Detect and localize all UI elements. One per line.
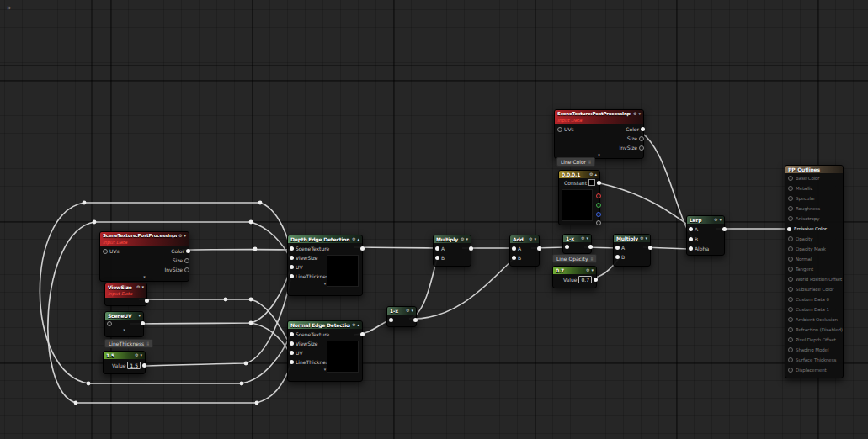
reroute-node[interactable] <box>249 298 253 302</box>
pin-base-color[interactable]: Base Color <box>785 173 843 183</box>
gear-icon[interactable]: ⚙ <box>461 237 464 241</box>
pin-surface-thickness[interactable]: Surface Thickness <box>785 355 843 365</box>
gear-icon[interactable]: ⚙ <box>352 237 355 241</box>
pin-tangent[interactable]: Tangent <box>785 264 843 274</box>
chevron-up-icon[interactable]: ▴ <box>594 172 597 177</box>
chevron-up-icon[interactable]: ▴ <box>357 323 359 327</box>
pin-output[interactable] <box>588 245 593 249</box>
pin-specular[interactable]: Specular <box>785 193 843 204</box>
chevron-down-icon[interactable]: ▾ <box>586 236 588 241</box>
pin-b[interactable] <box>512 256 516 260</box>
pin-refraction[interactable]: Refraction (Disabled) <box>785 325 843 335</box>
chevron-down-icon[interactable]: ▾ <box>638 112 641 116</box>
node-header[interactable]: 0,0,0,1 ⚙ ▴ <box>559 171 599 178</box>
pin-scenetexture[interactable] <box>290 246 294 251</box>
node-header[interactable]: 1-x ⚙ ▾ <box>387 307 416 315</box>
pin-invsize[interactable] <box>639 145 644 151</box>
wire-loop2-to-normal-linethickness[interactable] <box>257 365 290 403</box>
pin-output[interactable] <box>722 227 727 231</box>
pin-custom-data-0[interactable]: Custom Data 0 <box>785 294 843 304</box>
pin-color[interactable] <box>641 127 645 131</box>
gear-icon[interactable]: ⚙ <box>714 218 717 222</box>
resize-grip-icon[interactable]: ⣿ <box>588 161 591 164</box>
reroute-node[interactable] <box>249 220 253 225</box>
node-header[interactable]: PP_Outlines <box>785 166 843 173</box>
chevron-down-icon[interactable]: ▾ <box>591 268 594 272</box>
reroute-node[interactable] <box>74 401 78 405</box>
chevron-down-icon[interactable]: ▾ <box>466 237 468 241</box>
node-header[interactable]: Normal Edge Detection ⚙ ▴ <box>288 321 362 329</box>
reroute-node[interactable] <box>224 298 228 302</box>
pin-uv[interactable] <box>290 265 294 269</box>
gear-icon[interactable]: ⚙ <box>529 237 532 241</box>
pin-viewsize[interactable] <box>290 256 294 260</box>
node-lerp[interactable]: Lerp ⚙ ▾ A B Alpha <box>686 215 725 256</box>
pin-opacity-mask[interactable]: Opacity Mask <box>785 244 843 254</box>
node-header[interactable]: Depth Edge Detection ⚙ ▴ <box>288 235 362 243</box>
gear-icon[interactable]: ⚙ <box>589 172 593 177</box>
chevron-down-icon[interactable]: ▾ <box>719 218 722 222</box>
chevron-down-icon[interactable]: ▾ <box>411 309 413 313</box>
pin-world-position-offset[interactable]: World Position Offset <box>785 274 843 284</box>
chevron-down-icon[interactable]: ▾ <box>184 234 186 238</box>
value-input[interactable]: 1.5 <box>127 362 141 369</box>
gear-icon[interactable]: ⚙ <box>352 323 355 327</box>
gear-icon[interactable]: ⚙ <box>406 309 409 313</box>
pin-green-output[interactable] <box>596 203 601 208</box>
node-viewsize[interactable]: ViewSize ⚙ ▾ Input Data <box>104 283 147 306</box>
node-header[interactable]: 0.7 ⚙ ▾ <box>553 267 596 274</box>
gear-icon[interactable]: ⚙ <box>586 268 589 272</box>
node-multiply-2[interactable]: Multiply ⚙ ▾ A B <box>613 234 651 267</box>
pin-alpha-output[interactable] <box>596 220 601 225</box>
wire-loop1-left-arc[interactable] <box>40 203 88 383</box>
node-add[interactable]: Add ⚙ ▾ A B <box>509 235 540 267</box>
reroute-node[interactable] <box>244 362 248 366</box>
pin-metallic[interactable]: Metallic <box>785 183 843 193</box>
pin-emissive-color[interactable]: Emissive Color <box>785 224 843 234</box>
pin-a[interactable] <box>435 246 439 251</box>
pin-blue-output[interactable] <box>596 212 601 217</box>
chevron-down-icon[interactable]: ▾ <box>645 236 647 241</box>
node-sceneuv[interactable]: SceneUV ▾ ▾ <box>104 311 144 337</box>
pin-a[interactable] <box>689 227 693 231</box>
expand-chevron-icon[interactable]: ▾ <box>105 327 143 332</box>
pin-custom-data-1[interactable]: Custom Data 1 <box>785 304 843 315</box>
pin-output[interactable] <box>360 332 365 336</box>
node-param-line-thickness[interactable]: 1.5 ⚙ ▾ Value 1.5 <box>103 351 146 374</box>
node-depth-edge-detection[interactable]: Depth Edge Detection ⚙ ▴ SceneTexture Vi… <box>287 235 363 296</box>
pin-scenetexture[interactable] <box>290 332 294 336</box>
reroute-node[interactable] <box>93 220 97 225</box>
pin-output[interactable] <box>537 246 541 251</box>
chevron-down-icon[interactable]: ▾ <box>140 353 142 357</box>
node-header[interactable]: SceneUV ▾ <box>105 312 143 320</box>
pin-red-output[interactable] <box>596 193 601 198</box>
pin-output[interactable] <box>469 246 473 251</box>
pin-b[interactable] <box>615 255 620 259</box>
reroute-node[interactable] <box>240 382 244 386</box>
pin-anisotropy[interactable]: Anisotropy <box>785 214 843 224</box>
wire-thickness-to-depth[interactable] <box>141 279 290 366</box>
pin-a[interactable] <box>512 246 516 251</box>
resize-grip-icon[interactable]: ⣿ <box>146 342 149 346</box>
node-constant4-rgba[interactable]: 0,0,0,1 ⚙ ▴ Constant <box>558 170 600 225</box>
reroute-node[interactable] <box>255 401 259 405</box>
pin-ambient-occlusion[interactable]: Ambient Occlusion <box>785 315 843 325</box>
pin-roughness[interactable]: Roughness <box>785 204 843 214</box>
pin-a[interactable] <box>615 246 620 250</box>
gear-icon[interactable]: ⚙ <box>135 353 138 357</box>
pin-output[interactable] <box>360 246 365 251</box>
node-header[interactable]: Multiply ⚙ ▾ <box>434 235 471 243</box>
pin-input[interactable] <box>565 245 569 249</box>
node-header[interactable]: Lerp ⚙ ▾ <box>687 216 724 224</box>
pin-viewsize[interactable] <box>290 341 294 346</box>
pin-color[interactable] <box>186 249 190 253</box>
wire-depth-to-multiply-a[interactable] <box>354 247 437 248</box>
node-oneminus-2[interactable]: 1-x ⚙ ▾ <box>562 234 592 254</box>
comment-line-color[interactable]: Line Color ⣿ <box>556 157 595 167</box>
node-multiply-1[interactable]: Multiply ⚙ ▾ A B <box>433 235 471 267</box>
pin-size[interactable] <box>184 258 189 263</box>
gear-icon[interactable]: ⚙ <box>178 234 182 238</box>
gear-icon[interactable]: ⚙ <box>633 112 636 116</box>
gear-icon[interactable]: ⚙ <box>136 285 140 289</box>
reroute-node[interactable] <box>258 201 263 205</box>
